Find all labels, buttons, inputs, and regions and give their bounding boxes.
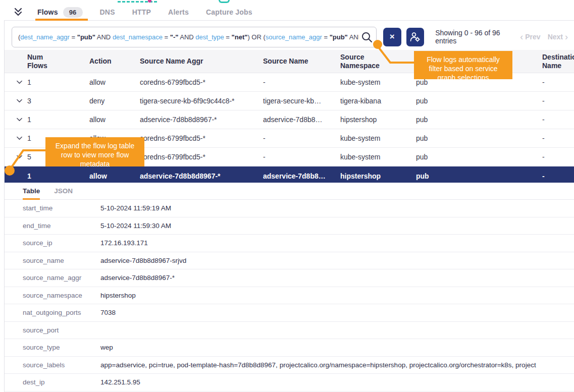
- user-settings-button[interactable]: [406, 28, 425, 46]
- flows-count-badge: 96: [63, 7, 83, 18]
- table-row[interactable]: 3 deny tigera-secure-kb-6f9c9c44c8-* tig…: [5, 92, 574, 110]
- tab-capture-jobs[interactable]: Capture Jobs: [206, 4, 252, 21]
- pagination: ‹Prev Next›: [520, 33, 568, 41]
- flow-detail-panel: Table JSON start_time5-10-2024 11:59:19 …: [5, 183, 574, 391]
- detail-row: source_name_aggradservice-7d8b8d8967-*: [5, 269, 574, 287]
- detail-row: source_labelsapp=adservice, pci=true, po…: [5, 357, 574, 374]
- col-num-flows: Num Flows: [27, 53, 54, 70]
- detail-row: source_nameadservice-7d8b8d8967-srjvd: [5, 252, 574, 270]
- detail-tab-json[interactable]: JSON: [54, 183, 73, 200]
- next-page-button[interactable]: Next›: [548, 33, 568, 41]
- entries-count-text: Showing 0 - 96 of 96 entries: [435, 29, 520, 45]
- tab-alerts[interactable]: Alerts: [168, 4, 189, 21]
- detail-row: end_time5-10-2024 11:59:30 AM: [5, 217, 574, 235]
- filter-bar: (dest_name_aggr = "pub" AND dest_namespa…: [5, 25, 574, 49]
- filter-query-text: (dest_name_aggr = "pub" AND dest_namespa…: [18, 33, 359, 41]
- expand-row-chevron-icon[interactable]: [5, 118, 27, 122]
- detail-row: source_ip172.16.193.171: [5, 235, 574, 252]
- detail-tabs: Table JSON: [5, 183, 574, 200]
- detail-row: source_port: [5, 322, 574, 340]
- expand-row-chevron-icon[interactable]: [5, 155, 27, 159]
- detail-row: start_time5-10-2024 11:59:19 AM: [5, 200, 574, 217]
- col-source-name-aggr: Source Name Aggr: [140, 57, 263, 66]
- col-source-namespace: Source Namespace: [340, 53, 388, 70]
- tooltip-filter-hint: Flow logs automatically filter based on …: [414, 51, 512, 79]
- expand-row-chevron-icon[interactable]: [5, 136, 27, 140]
- detail-row: source_namespacehipstershop: [5, 287, 574, 305]
- panel-left-border: [4, 21, 5, 392]
- expand-row-chevron-icon[interactable]: [5, 99, 27, 103]
- search-icon[interactable]: [359, 31, 373, 43]
- expand-row-chevron-icon[interactable]: [5, 80, 27, 84]
- tab-http[interactable]: HTTP: [132, 4, 151, 21]
- clear-filter-button[interactable]: ×: [383, 28, 401, 46]
- flow-logs-tabbar: Flows 96 DNS HTTP Alerts Capture Jobs: [4, 4, 574, 21]
- chevron-left-icon: ‹: [520, 33, 523, 40]
- service-graph-arc-remnant: [219, 0, 230, 3]
- tab-flows[interactable]: Flows 96: [37, 4, 83, 21]
- tooltip-expand-hint: Expand the flow log table row to view mo…: [45, 137, 144, 166]
- chevron-right-icon: ›: [565, 33, 568, 40]
- detail-tab-table[interactable]: Table: [23, 183, 40, 200]
- tab-flows-label: Flows: [37, 8, 58, 16]
- top-remnant-strip: [0, 0, 574, 4]
- prev-page-button[interactable]: ‹Prev: [520, 33, 540, 41]
- user-gear-icon: [409, 31, 421, 42]
- table-row[interactable]: 1 allow adservice-7d8b8d8967-* adservice…: [5, 110, 574, 129]
- col-destination-name: Destination Name: [542, 53, 574, 70]
- detail-row: source_typewep: [5, 339, 574, 357]
- col-action: Action: [89, 57, 140, 66]
- detail-row: nat_outgoing_ports7038: [5, 304, 574, 322]
- collapse-panel-button[interactable]: [13, 8, 23, 17]
- tab-dns[interactable]: DNS: [100, 4, 115, 21]
- chevron-double-down-icon: [13, 8, 23, 17]
- detail-row: dest_ip142.251.5.95: [5, 374, 574, 391]
- filter-query-input[interactable]: (dest_name_aggr = "pub" AND dest_namespa…: [12, 27, 377, 47]
- col-source-name: Source Name: [263, 57, 340, 66]
